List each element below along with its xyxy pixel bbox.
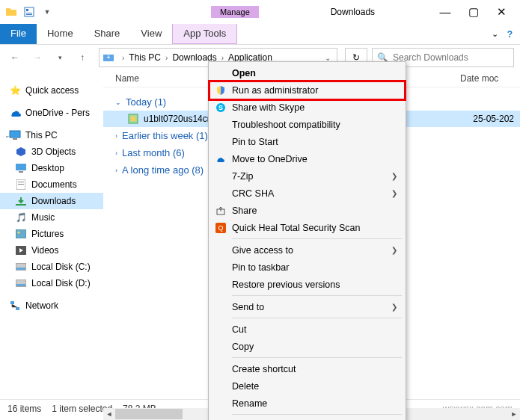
sidebar-3d-objects[interactable]: 3D Objects xyxy=(0,143,103,160)
breadcrumb-thispc[interactable]: This PC xyxy=(127,52,162,63)
svg-rect-17 xyxy=(16,268,25,270)
chevron-right-icon: › xyxy=(115,167,117,174)
chevron-down-icon: ⌄ xyxy=(115,99,121,106)
tab-app-tools[interactable]: App Tools xyxy=(172,24,237,44)
tab-view[interactable]: View xyxy=(130,24,172,44)
cloud-icon xyxy=(214,152,227,166)
ctx-move-onedrive[interactable]: Move to OneDrive xyxy=(211,150,403,167)
svg-rect-12 xyxy=(16,204,26,206)
tab-share[interactable]: Share xyxy=(84,24,131,44)
sidebar-downloads[interactable]: Downloads xyxy=(0,193,103,209)
sidebar-local-disk-d[interactable]: Local Disk (D:) xyxy=(0,275,103,291)
help-icon[interactable]: ? xyxy=(507,29,513,40)
ctx-rename[interactable]: Rename xyxy=(211,395,403,412)
chevron-right-icon[interactable]: › xyxy=(119,54,127,62)
ctx-pin-start[interactable]: Pin to Start xyxy=(211,133,403,150)
close-button[interactable]: ✕ xyxy=(495,5,510,19)
svg-point-14 xyxy=(18,232,20,234)
sidebar-label: Desktop xyxy=(31,163,64,173)
svg-rect-0 xyxy=(25,7,34,16)
sidebar-quick-access[interactable]: ⭐Quick access xyxy=(0,82,103,99)
ctx-7zip[interactable]: 7-Zip❯ xyxy=(211,167,403,185)
ctx-label: Create shortcut xyxy=(232,364,296,374)
maximize-button[interactable]: ▢ xyxy=(466,5,481,19)
ctx-cut[interactable]: Cut xyxy=(211,321,403,338)
svg-rect-11 xyxy=(18,184,24,185)
properties-icon[interactable] xyxy=(22,5,36,19)
column-date[interactable]: Date moc xyxy=(460,73,520,84)
ctx-properties[interactable]: Properties xyxy=(211,417,403,420)
drive-icon xyxy=(15,261,27,273)
chevron-right-icon[interactable]: › xyxy=(162,54,171,62)
sidebar-label: Pictures xyxy=(31,229,64,239)
ctx-label: Restore previous versions xyxy=(232,280,340,290)
svg-rect-21 xyxy=(16,307,19,310)
ctx-troubleshoot[interactable]: Troubleshoot compatibility xyxy=(211,116,403,133)
network-icon xyxy=(9,300,21,312)
minimize-button[interactable]: — xyxy=(438,5,453,19)
svg-rect-5 xyxy=(10,131,20,138)
chevron-right-icon[interactable]: › xyxy=(218,54,227,62)
sidebar-music[interactable]: 🎵Music xyxy=(0,209,103,226)
sidebar-label: Downloads xyxy=(31,196,76,206)
ctx-create-shortcut[interactable]: Create shortcut xyxy=(211,360,403,377)
sidebar-local-disk-c[interactable]: Local Disk (C:) xyxy=(0,259,103,275)
ctx-quickheal[interactable]: QQuick Heal Total Security Scan xyxy=(211,219,403,236)
ctx-give-access[interactable]: Give access to❯ xyxy=(211,241,403,259)
svg-rect-1 xyxy=(26,9,28,11)
sidebar-videos[interactable]: Videos xyxy=(0,242,103,259)
sidebar-label: Local Disk (D:) xyxy=(31,278,91,288)
ctx-label: Quick Heal Total Security Scan xyxy=(232,223,360,233)
sidebar-network[interactable]: Network xyxy=(0,297,103,314)
svg-rect-19 xyxy=(16,284,25,286)
ctx-pin-taskbar[interactable]: Pin to taskbar xyxy=(211,259,403,276)
title-bar: ▼ Manage Downloads — ▢ ✕ xyxy=(0,0,520,24)
address-dropdown-icon[interactable]: ⌄ xyxy=(322,54,334,62)
scroll-thumb[interactable] xyxy=(115,409,183,419)
ctx-copy[interactable]: Copy xyxy=(211,338,403,355)
cube-icon xyxy=(15,146,27,158)
sidebar-label: Music xyxy=(31,212,55,223)
scroll-left-button[interactable]: ◄ xyxy=(103,408,115,420)
ctx-crc-sha[interactable]: CRC SHA❯ xyxy=(211,185,403,202)
svg-rect-2 xyxy=(26,13,32,13)
ctx-send-to[interactable]: Send to❯ xyxy=(211,298,403,315)
expand-icon[interactable]: ⌄ xyxy=(4,132,10,139)
sidebar-label: Documents xyxy=(31,179,77,190)
ctx-restore-versions[interactable]: Restore previous versions xyxy=(211,276,403,293)
chevron-right-icon: › xyxy=(115,132,117,140)
svg-text:Q: Q xyxy=(218,224,223,232)
quick-access-toolbar: ▼ xyxy=(4,5,54,19)
ctx-label: Share xyxy=(232,206,257,216)
recent-locations-dropdown[interactable]: ▾ xyxy=(51,49,69,67)
sidebar-label: Quick access xyxy=(25,85,79,96)
quickheal-icon: Q xyxy=(214,221,227,235)
tab-home[interactable]: Home xyxy=(37,24,84,44)
sidebar-this-pc[interactable]: ⌄This PC xyxy=(0,127,103,143)
forward-button[interactable]: → xyxy=(28,49,46,67)
back-button[interactable]: ← xyxy=(6,49,24,67)
sidebar-label: This PC xyxy=(25,130,58,140)
file-tab[interactable]: File xyxy=(0,24,37,44)
ctx-share-skype[interactable]: SShare with Skype xyxy=(211,99,403,116)
ctx-label: Copy xyxy=(232,342,254,352)
sidebar-label: Videos xyxy=(31,245,58,256)
context-menu: Open Run as administrator SShare with Sk… xyxy=(208,61,406,420)
sidebar-documents[interactable]: Documents xyxy=(0,176,103,193)
svg-rect-8 xyxy=(19,171,23,173)
sidebar-desktop[interactable]: Desktop xyxy=(0,160,103,176)
ctx-share[interactable]: Share xyxy=(211,202,403,219)
group-label: A long time ago (8) xyxy=(122,164,204,176)
ctx-label: Pin to taskbar xyxy=(232,262,289,273)
ctx-label: Rename xyxy=(232,398,267,409)
ctx-run-as-admin[interactable]: Run as administrator xyxy=(211,81,403,99)
qat-dropdown-icon[interactable]: ▼ xyxy=(40,5,54,19)
ctx-delete[interactable]: Delete xyxy=(211,377,403,395)
sidebar-onedrive[interactable]: OneDrive - Pers xyxy=(0,105,103,121)
up-button[interactable]: ↑ xyxy=(73,49,91,67)
scroll-right-button[interactable]: ► xyxy=(508,408,520,420)
ribbon-expand-icon[interactable]: ⌄ xyxy=(492,29,498,39)
ctx-open[interactable]: Open xyxy=(211,64,403,81)
ctx-label: Share with Skype xyxy=(232,102,305,113)
sidebar-pictures[interactable]: Pictures xyxy=(0,226,103,242)
